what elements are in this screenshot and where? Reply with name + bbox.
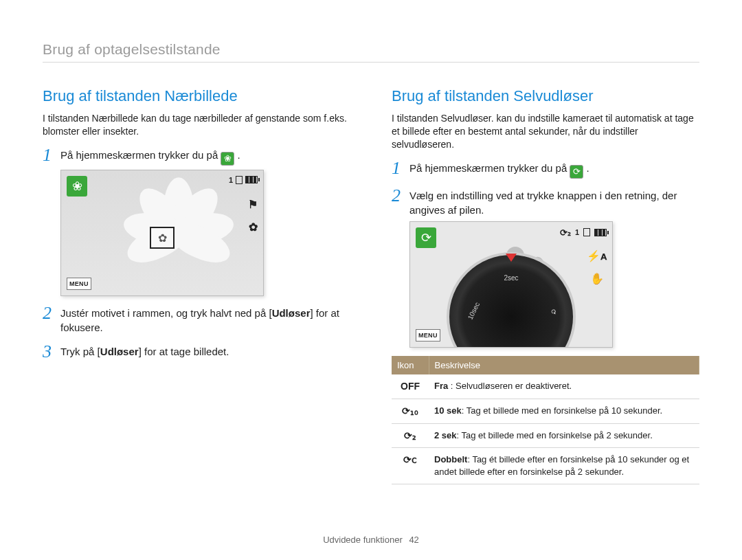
osd-top-right: ⟳₂ 1 [560,227,607,238]
left-step-1: 1 På hjemmeskærmen trykker du på ❀ . [43,148,350,166]
left-column: Brug af tilstanden Nærbillede I tilstand… [43,87,350,484]
flash-auto-icon: ⚡ᴀ [587,249,607,262]
row-desc-bold: 2 sek [434,430,457,440]
flag-icon: ⚑ [248,198,258,211]
flower-icon: ✿ [249,221,258,234]
menu-button: MENU [416,329,440,341]
flower-graphic [113,177,244,280]
footer-page-number: 42 [409,535,418,545]
osd-side-icons: ⚡ᴀ ✋ [587,249,607,285]
shutter-bold: Udløser [272,307,311,319]
macro-mode-badge-icon: ❀ [67,176,87,197]
right-column: Brug af tilstanden Selvudløser I tilstan… [392,87,699,484]
row-icon-2sec: ⟳₂ [392,423,429,448]
shutter-bold: Udløser [100,346,139,357]
row-desc-rest: : Tag et billede med en forsinkelse på 1… [462,405,662,416]
dial-label-10sec: 10sec [466,301,482,321]
left-step-2: 2 Justér motivet i rammen, og tryk halvt… [43,306,350,335]
dial-label-right: ⟳ [549,308,558,316]
page-footer: Udvidede funktioner 42 [0,535,742,545]
row-desc-rest: : Tag et billede med en forsinkelse på 2… [457,430,653,440]
step-text: Vælg en indstilling ved at trykke knappe… [409,188,699,217]
focus-indicator [150,227,175,249]
left-step-3: 3 Tryk på [Udløser] for at tage billedet… [43,344,350,361]
stabilizer-icon: ✋ [590,272,604,285]
table-row: ⟳₂ 2 sek: Tag et billede med en forsinke… [392,423,699,448]
right-step-1: 1 På hjemmeskærmen trykker du på ⟳ . [392,161,699,179]
dial-pointer-icon [506,254,517,262]
header-divider [43,62,699,63]
timer-icon: ⟳ [570,165,583,179]
macro-icon: ❀ [221,152,234,166]
step-text: På hjemmeskærmen trykker du på [409,162,570,174]
row-desc-rest: : Tag ét billede efter en forsinkelse på… [434,454,689,477]
timer-mode-badge-icon: ⟳ [416,227,436,248]
step-number: 1 [43,146,60,164]
step-text-suffix: . [583,162,589,174]
right-title: Brug af tilstanden Selvudløser [392,87,699,105]
row-icon-off: OFF [392,374,429,399]
step-number: 1 [392,159,409,177]
osd-side-icons: ⚑ ✿ [248,198,258,234]
step-text-a: Tryk på [ [60,346,100,357]
row-desc-rest: : Selvudløseren er deaktiveret. [448,381,572,391]
step-number: 2 [43,304,60,322]
right-intro: I tilstanden Selvudløser. kan du indstil… [392,112,699,151]
footer-section: Udvidede funktioner [323,535,403,545]
table-head-icon: Ikon [392,356,429,374]
macro-screen-illustration: ❀ MENU 1 ⚑ ✿ [60,170,264,296]
step-number: 2 [392,187,409,205]
battery-icon [245,176,258,183]
timer-options-table: Ikon Beskrivelse OFF Fra : Selvudløseren… [392,356,699,484]
timer-dial: 2sec 10sec ⟳ [447,252,576,348]
step-text-b: ] for at tage billedet. [139,346,229,357]
row-icon-10sec: ⟳₁₀ [392,399,429,423]
step-text-suffix: . [234,149,240,161]
row-desc-bold: Dobbelt [434,454,467,464]
battery-icon [594,229,607,236]
step-number: 3 [43,343,60,361]
row-desc-bold: 10 sek [434,405,462,416]
table-row: ⟳₁₀ 10 sek: Tag et billede med en forsin… [392,399,699,423]
timer-screen-illustration: ⟳ MENU ⟳₂ 1 ⚡ᴀ ✋ 2se [409,221,613,348]
left-intro: I tilstanden Nærbillede kan du tage nærb… [43,112,350,138]
memory-icon [583,228,590,236]
step-text-a: Justér motivet i rammen, og tryk halvt n… [60,307,272,319]
content-columns: Brug af tilstanden Nærbillede I tilstand… [43,87,699,484]
page-header: Brug af optagelsestilstande [43,41,699,58]
left-title: Brug af tilstanden Nærbillede [43,87,350,105]
row-desc-bold: Fra [434,381,448,391]
row-icon-double: ⟳ᴄ [392,448,429,484]
table-row: ⟳ᴄ Dobbelt: Tag ét billede efter en fors… [392,448,699,484]
table-row: OFF Fra : Selvudløseren er deaktiveret. [392,374,699,399]
timer-small-icon: ⟳₂ [560,227,571,238]
menu-button: MENU [67,278,91,290]
osd-count: 1 [575,228,579,236]
table-head-desc: Beskrivelse [429,356,699,374]
step-text: På hjemmeskærmen trykker du på [60,149,221,161]
right-step-2: 2 Vælg en indstilling ved at trykke knap… [392,188,699,217]
dial-label-2sec: 2sec [504,274,518,282]
